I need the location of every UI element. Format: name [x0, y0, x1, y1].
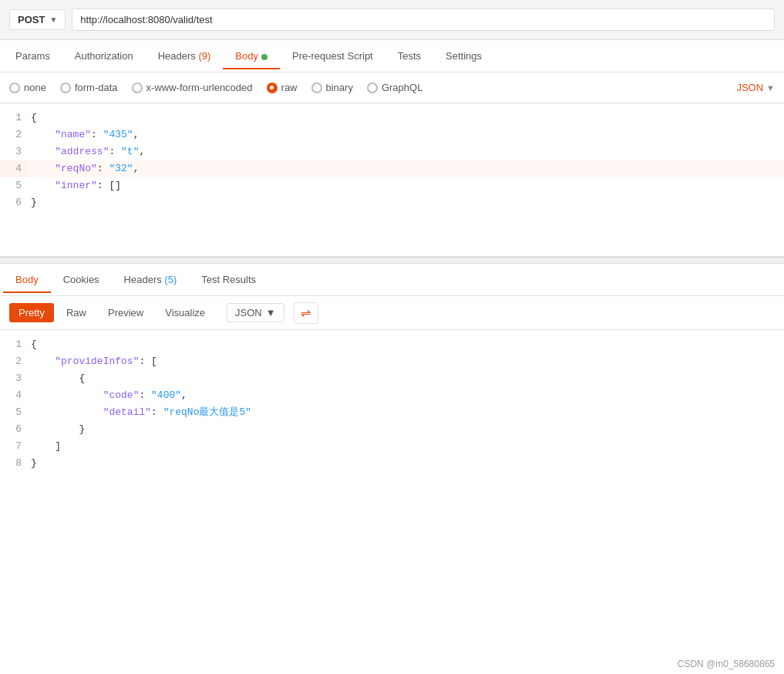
wrap-button[interactable]: ⇌: [294, 302, 318, 324]
line-content-4: "reqNo": "32",: [31, 160, 784, 177]
radio-urlencoded-circle: [132, 83, 143, 93]
response-tab-body[interactable]: Body: [3, 266, 51, 293]
response-tab-headers-badge: (5): [164, 274, 177, 285]
tab-params[interactable]: Params: [3, 42, 62, 69]
response-format-label: JSON: [235, 307, 262, 318]
resp-line-num-5: 5: [0, 404, 31, 421]
format-label: JSON: [736, 82, 763, 93]
response-format-chevron-icon: ▼: [266, 307, 276, 318]
radio-graphql-circle: [367, 83, 378, 93]
line-content-6: }: [31, 194, 784, 211]
radio-none-label: none: [24, 82, 46, 93]
radio-urlencoded[interactable]: x-www-form-urlencoded: [132, 82, 253, 93]
tab-headers-badge: (9): [198, 50, 210, 62]
response-tab-cookies[interactable]: Cookies: [51, 266, 112, 293]
resp-line-content-2: "provideInfos": [: [31, 353, 784, 370]
resp-line-7: 7 ]: [0, 438, 784, 455]
radio-formdata[interactable]: form-data: [60, 82, 118, 93]
resp-line-content-8: }: [31, 455, 784, 472]
code-line-3: 3 "address": "t",: [0, 143, 784, 160]
line-content-2: "name": "435",: [31, 126, 784, 143]
line-content-3: "address": "t",: [31, 143, 784, 160]
line-num-4: 4: [0, 160, 31, 177]
radio-none[interactable]: none: [9, 82, 46, 93]
code-line-4: 4 "reqNo": "32",: [0, 160, 784, 177]
format-selector[interactable]: JSON ▼: [736, 82, 775, 93]
response-tab-headers-label: Headers: [124, 274, 165, 285]
url-input[interactable]: [72, 8, 775, 31]
radio-graphql-label: GraphQL: [382, 82, 422, 93]
resp-line-content-6: }: [31, 421, 784, 438]
line-content-1: {: [31, 110, 784, 126]
wrap-icon: ⇌: [301, 305, 311, 320]
radio-binary[interactable]: binary: [311, 82, 353, 93]
tab-body[interactable]: Body: [223, 42, 280, 69]
resp-line-4: 4 "code": "400",: [0, 387, 784, 404]
request-tab-nav: Params Authorization Headers (9) Body Pr…: [0, 40, 784, 72]
method-chevron-icon: ▼: [49, 15, 57, 24]
resp-line-2: 2 "provideInfos": [: [0, 353, 784, 370]
resp-line-num-2: 2: [0, 353, 31, 370]
tab-settings[interactable]: Settings: [433, 42, 494, 69]
footer: CSDN @m0_58680865: [668, 654, 784, 674]
line-num-1: 1: [0, 110, 31, 126]
resp-line-8: 8 }: [0, 455, 784, 472]
response-tab-testresults-label: Test Results: [201, 274, 256, 285]
resp-line-6: 6 }: [0, 421, 784, 438]
url-bar: POST ▼: [0, 0, 784, 40]
response-body-viewer: 1 { 2 "provideInfos": [ 3 { 4 "code": "4…: [0, 330, 784, 531]
view-preview-button[interactable]: Preview: [99, 303, 153, 322]
view-raw-button[interactable]: Raw: [57, 303, 96, 322]
radio-formdata-label: form-data: [75, 82, 118, 93]
radio-binary-circle: [311, 83, 322, 93]
resp-line-content-5: "detail": "reqNo最大值是5": [31, 404, 784, 421]
response-tab-body-label: Body: [15, 274, 39, 285]
line-num-3: 3: [0, 143, 31, 160]
code-line-2: 2 "name": "435",: [0, 126, 784, 143]
tab-headers[interactable]: Headers (9): [146, 42, 224, 69]
response-format-selector[interactable]: JSON ▼: [227, 303, 284, 322]
resp-line-5: 5 "detail": "reqNo最大值是5": [0, 404, 784, 421]
radio-raw[interactable]: raw: [267, 82, 298, 93]
radio-urlencoded-label: x-www-form-urlencoded: [146, 82, 253, 93]
code-line-6: 6 }: [0, 194, 784, 211]
method-selector[interactable]: POST ▼: [9, 9, 66, 30]
response-tab-testresults[interactable]: Test Results: [189, 266, 268, 293]
radio-formdata-circle: [60, 83, 71, 93]
resp-line-num-3: 3: [0, 370, 31, 387]
resp-line-num-1: 1: [0, 336, 31, 353]
tab-body-dot: [261, 54, 268, 60]
view-pretty-button[interactable]: Pretty: [9, 303, 54, 322]
resp-line-num-6: 6: [0, 421, 31, 438]
tab-headers-label: Headers: [158, 50, 199, 62]
body-type-bar: none form-data x-www-form-urlencoded raw…: [0, 72, 784, 103]
resp-line-3: 3 {: [0, 370, 784, 387]
footer-watermark: CSDN @m0_58680865: [678, 659, 775, 669]
radio-raw-circle: [267, 83, 278, 93]
method-label: POST: [18, 14, 45, 25]
radio-binary-label: binary: [326, 82, 353, 93]
line-num-2: 2: [0, 126, 31, 143]
request-body-editor[interactable]: 1 { 2 "name": "435", 3 "address": "t", 4…: [0, 103, 784, 258]
response-tab-headers[interactable]: Headers (5): [112, 266, 190, 293]
tab-authorization[interactable]: Authorization: [62, 42, 146, 69]
response-toolbar: Pretty Raw Preview Visualize JSON ▼ ⇌: [0, 296, 784, 330]
resp-line-num-4: 4: [0, 387, 31, 404]
radio-graphql[interactable]: GraphQL: [367, 82, 422, 93]
tab-body-label: Body: [235, 50, 258, 62]
response-tab-nav: Body Cookies Headers (5) Test Results: [0, 264, 784, 296]
resp-line-content-3: {: [31, 370, 784, 387]
tab-tests[interactable]: Tests: [385, 42, 433, 69]
resp-line-content-1: {: [31, 336, 784, 353]
format-chevron-icon: ▼: [766, 83, 775, 93]
resp-line-1: 1 {: [0, 336, 784, 353]
resp-line-content-4: "code": "400",: [31, 387, 784, 404]
code-line-5: 5 "inner": []: [0, 177, 784, 194]
response-tab-cookies-label: Cookies: [63, 274, 99, 285]
section-divider: [0, 258, 784, 264]
line-num-6: 6: [0, 194, 31, 211]
view-visualize-button[interactable]: Visualize: [156, 303, 214, 322]
tab-prerequest[interactable]: Pre-request Script: [280, 42, 385, 69]
code-line-1: 1 {: [0, 110, 784, 126]
line-content-5: "inner": []: [31, 177, 784, 194]
